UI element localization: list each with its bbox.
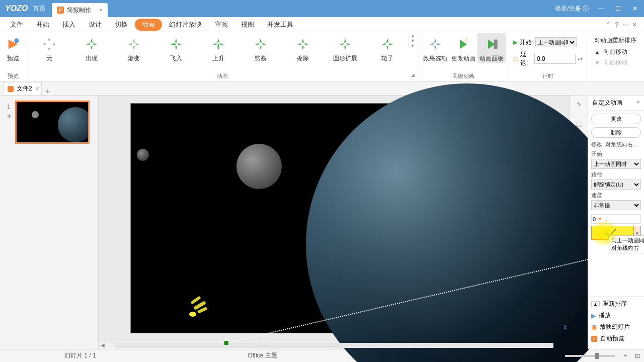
close-file-icon[interactable]: × (36, 85, 39, 93)
menu-animation[interactable]: 动画 (135, 19, 162, 31)
home-link[interactable]: 首页 (33, 4, 46, 13)
triangle-up-icon: ▲ (594, 49, 600, 56)
login-link[interactable]: 登录/注册 ⓘ (555, 5, 589, 13)
preview-button[interactable]: 预览 (2, 33, 24, 63)
thumbnail-pane[interactable]: 1 ✻ (0, 96, 99, 349)
group-advanced-label: 高级动画 (421, 71, 506, 81)
none-icon (41, 36, 57, 52)
ribbon-close-icon[interactable]: ✕ (632, 21, 637, 28)
slideshow-button[interactable]: ▣放映幻灯片 (591, 323, 641, 331)
svg-point-5 (43, 43, 46, 46)
document-tab[interactable]: P 简报制作 × (52, 3, 108, 17)
svg-point-1 (14, 38, 19, 43)
rise-icon (210, 36, 226, 52)
panel-speed-select[interactable]: 非常慢 (591, 200, 641, 210)
moon-image (236, 144, 282, 189)
motion-path-start-handle[interactable] (224, 341, 228, 345)
gallery-wheel[interactable]: 轮子 (366, 33, 409, 63)
delay-label: 延迟: (520, 50, 532, 67)
gallery-wipe[interactable]: 擦除 (282, 33, 324, 63)
group-animation-label: 动画◢ (28, 71, 417, 81)
svg-marker-12 (133, 45, 135, 50)
close-tab-icon[interactable]: × (99, 7, 103, 14)
menu-transition[interactable]: 切换 (109, 18, 134, 31)
autopreview-checkbox[interactable]: ✓自动预览 (591, 334, 641, 343)
svg-marker-25 (262, 43, 266, 46)
app-logo: YOZO (0, 4, 33, 13)
gallery-none[interactable]: 无 (28, 33, 70, 63)
menu-bar: 文件 开始 插入 设计 切换 动画 幻灯片放映 审阅 视图 开发工具 ⌃ ? ▭… (0, 17, 644, 32)
gallery-fade[interactable]: 渐变 (113, 33, 155, 63)
start-select[interactable]: 上一动画同时 (535, 37, 577, 47)
play-start-icon: ▶ (513, 39, 518, 46)
wipe-icon (295, 36, 311, 52)
slide-number: 1 (7, 104, 11, 111)
svg-marker-37 (388, 43, 393, 46)
play-button[interactable]: ▶播放 (591, 311, 641, 320)
split-icon (253, 36, 269, 52)
svg-marker-38 (386, 45, 389, 50)
gallery-scroll[interactable]: ▲▼▾ (409, 33, 417, 48)
move-earlier-button[interactable]: ▲向前移动 (594, 48, 644, 56)
menu-insert[interactable]: 插入 (56, 18, 82, 31)
menu-view[interactable]: 视图 (235, 18, 260, 31)
maximize-icon[interactable]: ☐ (613, 5, 623, 12)
presentation-file-icon (8, 86, 14, 92)
file-tab[interactable]: 文件2 × (3, 82, 42, 95)
gallery-appear[interactable]: 出现 (70, 33, 113, 63)
close-window-icon[interactable]: ✕ (630, 5, 640, 12)
group-preview-label: 预览 (2, 71, 24, 81)
menu-home[interactable]: 开始 (30, 18, 55, 31)
menu-file[interactable]: 文件 (4, 18, 29, 31)
delay-input[interactable] (534, 54, 576, 64)
canvas-area: ⇕ ◀ ▶ (99, 96, 570, 349)
remove-button[interactable]: 删除 (591, 127, 641, 138)
gallery-rise[interactable]: 上升 (197, 33, 239, 63)
slideshow-icon: ▣ (591, 324, 597, 331)
panel-start-select[interactable]: 上一动画同时 (591, 159, 641, 169)
fade-icon (126, 36, 142, 52)
gallery-split[interactable]: 劈裂 (239, 33, 282, 63)
ribbon-collapse-icon[interactable]: ⌃ (606, 21, 611, 28)
zoom-slider[interactable] (565, 355, 615, 357)
ribbon-min-icon[interactable]: ▭ (622, 21, 628, 28)
svg-marker-33 (346, 43, 351, 46)
panel-path-select[interactable]: 解除锁定(U) (591, 179, 641, 190)
svg-marker-26 (260, 45, 262, 50)
svg-marker-10 (133, 38, 135, 43)
change-animation-button[interactable]: +更改动画 (449, 33, 477, 63)
animation-panel-button[interactable]: 动画面板 (477, 33, 506, 63)
panel-title: 自定义动画 (592, 99, 622, 107)
menu-slideshow[interactable]: 幻灯片放映 (163, 18, 208, 31)
menu-review[interactable]: 审阅 (209, 18, 234, 31)
add-file-tab-button[interactable]: + (42, 87, 54, 95)
scroll-left-icon[interactable]: ◀ (99, 342, 107, 348)
zoom-in-button[interactable]: + (623, 352, 627, 359)
svg-marker-24 (260, 38, 262, 43)
vscroll-indicator-icon[interactable]: ⇕ (563, 324, 568, 331)
effect-options-button[interactable]: 效果选项 (421, 33, 449, 63)
menu-design[interactable]: 设计 (83, 18, 108, 31)
minimize-icon[interactable]: — (596, 5, 606, 12)
flyin-icon (168, 36, 184, 52)
panel-close-icon[interactable]: × (636, 99, 640, 107)
animation-indicator-icon: ✻ (7, 114, 11, 119)
help-icon[interactable]: ? (615, 21, 618, 28)
gallery-circle[interactable]: 圆形扩展 (324, 33, 366, 63)
tool-pen-icon[interactable]: ✎ (574, 100, 584, 110)
presentation-icon: P (57, 7, 64, 14)
preview-icon (5, 36, 21, 52)
fit-button[interactable]: ⊡ (635, 352, 640, 359)
comet-shape[interactable] (189, 312, 196, 317)
menu-devtools[interactable]: 开发工具 (261, 18, 299, 31)
dialog-launcher-icon[interactable]: ◢ (411, 72, 415, 77)
slide-indicator: 幻灯片 1 / 1 (64, 351, 96, 360)
triangle-down-icon: ▼ (594, 59, 600, 66)
svg-marker-35 (339, 43, 344, 46)
change-button[interactable]: 更改 (591, 114, 641, 124)
svg-point-4 (48, 48, 51, 50)
svg-marker-31 (297, 43, 301, 46)
gallery-flyin[interactable]: 飞入 (155, 33, 197, 63)
slide-thumbnail[interactable] (15, 101, 90, 144)
reorder-button[interactable]: ▲重新排序 (591, 300, 641, 308)
